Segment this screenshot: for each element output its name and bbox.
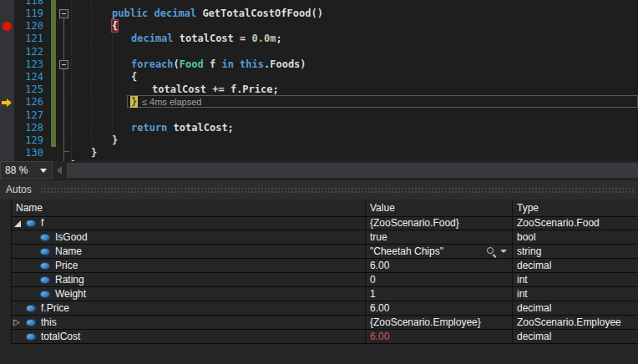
autos-row-f-Price[interactable]: f.Price6.00decimal xyxy=(11,301,638,316)
autos-window-title: Autos xyxy=(6,184,32,195)
zoom-level-dropdown[interactable]: 88 % xyxy=(0,161,53,179)
cell-value[interactable]: {ZooScenario.Employee} xyxy=(370,316,481,329)
scroll-left-arrow-icon[interactable] xyxy=(57,166,62,174)
variable-icon xyxy=(26,220,36,227)
cell-type: ZooScenario.Food xyxy=(517,216,600,230)
cell-name: Weight xyxy=(55,287,86,301)
cell-name: Rating xyxy=(55,273,84,286)
cell-value[interactable]: "Cheetah Chips" xyxy=(370,245,443,258)
cell-value[interactable]: 0 xyxy=(370,273,376,286)
arrow-head xyxy=(7,99,12,107)
line-number: 128 xyxy=(15,122,43,134)
visual-studio-debug-window: 118119public decimal GetTotalCostOfFood(… xyxy=(0,0,638,364)
line-number: 121 xyxy=(15,33,43,45)
code-token: totalCost = xyxy=(180,33,252,44)
indent-guide xyxy=(112,33,113,134)
variable-icon xyxy=(40,234,50,241)
indent-guide xyxy=(71,0,72,161)
code-token: totalCost += f.Price; xyxy=(152,83,279,95)
code-line-123[interactable]: foreach(Food f in this.Foods) xyxy=(131,58,306,71)
cell-value[interactable]: true xyxy=(370,230,387,244)
autos-window-titlebar[interactable]: Autos xyxy=(0,179,638,200)
line-number: 123 xyxy=(15,58,43,71)
code-token: } xyxy=(71,159,77,161)
code-token: ( xyxy=(174,58,180,70)
collapse-region-icon[interactable] xyxy=(59,60,68,69)
code-token: 0.0m xyxy=(252,33,276,44)
cell-name: this xyxy=(41,316,57,329)
text-visualizer-magnifier-icon[interactable] xyxy=(487,247,494,254)
cell-value[interactable]: 1 xyxy=(370,287,376,301)
titlebar-drag-grip[interactable] xyxy=(40,187,635,193)
cell-type: int xyxy=(517,287,528,301)
autos-row-totalCost[interactable]: totalCost6.00decimal xyxy=(11,330,638,344)
variable-icon xyxy=(26,319,36,326)
autos-row-Name[interactable]: Name"Cheetah Chips"string xyxy=(11,245,638,259)
expander-collapsed-icon[interactable]: ▷ xyxy=(13,316,20,328)
cell-type: bool xyxy=(517,230,536,244)
cell-name: Name xyxy=(55,245,82,258)
cell-name: f xyxy=(41,216,43,230)
cell-type: decimal xyxy=(517,330,551,343)
autos-row-Weight[interactable]: Weight1int xyxy=(11,287,638,301)
code-token: in xyxy=(221,58,233,70)
code-token: f xyxy=(204,58,222,70)
code-line-129[interactable]: } xyxy=(112,134,118,147)
cell-value[interactable]: 6.00 xyxy=(370,301,389,315)
code-token: { xyxy=(112,20,118,32)
zoom-level-value: 88 % xyxy=(5,164,28,176)
autos-row-f[interactable]: f{ZooScenario.Food}ZooScenario.Food xyxy=(11,216,638,230)
cell-name: f.Price xyxy=(41,301,69,315)
autos-row-Rating[interactable]: Rating0int xyxy=(11,273,638,287)
code-line-130[interactable]: } xyxy=(91,147,97,159)
variable-icon xyxy=(40,276,50,284)
autos-row-IsGood[interactable]: IsGoodtruebool xyxy=(11,230,638,245)
cell-value[interactable]: {ZooScenario.Food} xyxy=(370,216,459,230)
code-line-128[interactable]: return totalCost; xyxy=(131,122,234,134)
code-editor[interactable]: 118119public decimal GetTotalCostOfFood(… xyxy=(0,0,638,161)
current-line-box xyxy=(127,95,638,108)
code-token: return xyxy=(131,122,167,134)
outline-margin-line xyxy=(63,12,64,161)
code-token: { xyxy=(131,71,137,83)
visualizer-dropdown-icon[interactable] xyxy=(500,250,507,253)
cell-value[interactable]: 6.00 xyxy=(370,330,389,343)
autos-row-Price[interactable]: Price6.00decimal xyxy=(11,259,638,273)
autos-row-this[interactable]: ▷this{ZooScenario.Employee}ZooScenario.E… xyxy=(11,316,638,330)
minus-glyph xyxy=(62,64,66,65)
perf-tip-elapsed-time: ≤ 4ms elapsed xyxy=(142,96,201,109)
code-line-121[interactable]: decimal totalCost = 0.0m; xyxy=(131,33,282,45)
variable-icon xyxy=(40,262,50,270)
variable-icon xyxy=(26,305,36,312)
column-header-type[interactable]: Type xyxy=(517,200,539,216)
code-token: GetTotalCostOfFood() xyxy=(202,8,323,19)
code-line-125[interactable]: totalCost += f.Price; xyxy=(152,83,279,96)
column-header-value[interactable]: Value xyxy=(370,200,395,216)
cell-type: ZooScenario.Employee xyxy=(517,316,621,329)
code-line-126[interactable]: } xyxy=(130,96,138,109)
minus-glyph xyxy=(62,13,66,14)
code-line-120[interactable]: { xyxy=(112,20,118,33)
editor-bottom-bar: 88 % xyxy=(0,161,638,179)
indent-guide xyxy=(91,0,92,148)
line-number: 129 xyxy=(15,134,43,147)
cell-type: string xyxy=(517,245,541,258)
code-line-119[interactable]: public decimal GetTotalCostOfFood() xyxy=(112,8,323,20)
code-token: this xyxy=(240,58,264,70)
code-token: public decimal xyxy=(112,8,202,19)
collapse-region-icon[interactable] xyxy=(59,9,68,18)
variable-icon xyxy=(26,333,36,341)
column-header-name[interactable]: Name xyxy=(16,200,43,216)
cell-type: int xyxy=(517,273,528,286)
code-token xyxy=(234,58,240,70)
code-line-131[interactable]: } xyxy=(71,159,77,161)
horizontal-scrollbar-thumb[interactable] xyxy=(67,163,638,178)
code-line-124[interactable]: { xyxy=(131,71,137,83)
indent-guide xyxy=(132,83,133,95)
line-number: 127 xyxy=(15,109,43,122)
expander-expanded-icon[interactable] xyxy=(14,220,21,227)
change-tracking-bar xyxy=(51,0,56,147)
line-number: 122 xyxy=(15,46,43,58)
code-token: .Foods) xyxy=(264,58,306,70)
cell-value[interactable]: 6.00 xyxy=(370,259,389,272)
